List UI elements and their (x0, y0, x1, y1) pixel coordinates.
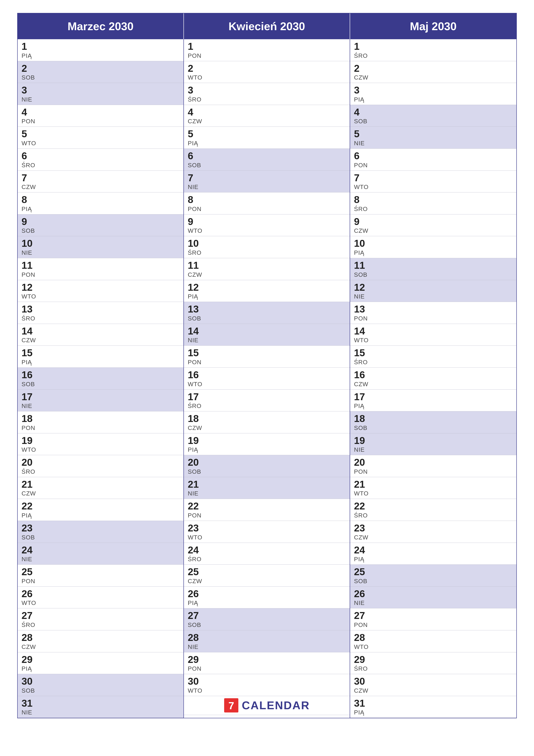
day-number: 6 (354, 150, 513, 161)
day-cell: 20ŚRO (18, 455, 184, 477)
day-number: 26 (354, 588, 513, 599)
day-name: PIĄ (21, 205, 180, 212)
day-number: 5 (21, 128, 180, 139)
day-number: 11 (188, 260, 346, 271)
day-name: SOB (188, 315, 346, 322)
day-name: ŚRO (354, 52, 513, 59)
day-name: SOB (354, 424, 513, 431)
day-name: NIE (354, 600, 513, 607)
day-cell: 17NIE (18, 390, 184, 412)
day-cell: 17ŚRO (184, 390, 350, 412)
day-cell: 20SOB (184, 455, 350, 477)
day-number: 3 (21, 85, 180, 96)
day-number: 14 (21, 326, 180, 337)
day-name: NIE (21, 249, 180, 256)
day-name: PIĄ (21, 52, 180, 59)
day-cell: 27SOB (184, 608, 350, 630)
day-cell: 30SOB (18, 674, 184, 696)
day-cell: 15PON (184, 346, 350, 368)
day-number: 29 (21, 654, 180, 665)
day-number: 31 (21, 698, 180, 709)
day-name: WTO (354, 643, 513, 650)
day-number: 10 (354, 238, 513, 249)
day-cell: 3PIĄ (350, 83, 516, 105)
day-number: 10 (188, 238, 346, 249)
day-cell: 12WTO (18, 280, 184, 302)
day-cell: 10ŚRO (184, 236, 350, 258)
day-cell: 18CZW (184, 411, 350, 433)
calendar-logo-icon: 7 (224, 698, 239, 713)
day-name: ŚRO (354, 665, 513, 672)
day-name: ŚRO (188, 96, 346, 103)
day-number: 17 (354, 392, 513, 402)
day-number: 26 (188, 588, 346, 599)
day-cell: 8PIĄ (18, 192, 184, 214)
day-cell: 5NIE (350, 127, 516, 149)
day-name: ŚRO (354, 512, 513, 519)
day-cell: 18SOB (350, 411, 516, 433)
day-number: 30 (188, 676, 346, 687)
day-cell: 26PIĄ (184, 587, 350, 608)
day-name: WTO (188, 381, 346, 388)
day-number: 5 (188, 128, 346, 139)
day-name: PON (354, 315, 513, 322)
day-number: 12 (354, 282, 513, 293)
day-number: 14 (354, 326, 513, 337)
day-cell: 11CZW (184, 258, 350, 280)
day-cell: 1PIĄ (18, 39, 184, 61)
day-cell: 2CZW (350, 61, 516, 83)
day-name: NIE (188, 490, 346, 497)
day-number: 15 (21, 347, 180, 358)
day-name: CZW (188, 578, 346, 585)
day-cell: 16WTO (184, 368, 350, 390)
day-name: PIĄ (354, 556, 513, 563)
header-row: Marzec 2030Kwiecień 2030Maj 2030 (18, 14, 516, 39)
day-cell: 27PON (350, 608, 516, 630)
day-cell: 1ŚRO (350, 39, 516, 61)
day-number: 29 (354, 654, 513, 665)
day-cell: 13SOB (184, 302, 350, 324)
day-number: 28 (21, 632, 180, 643)
day-name: PIĄ (188, 140, 346, 147)
month-column-1: 1PON2WTO3ŚRO4CZW5PIĄ6SOB7NIE8PON9WTO10ŚR… (184, 39, 350, 718)
day-name: CZW (21, 184, 180, 191)
day-cell: 6ŚRO (18, 149, 184, 171)
day-cell: 19PIĄ (184, 433, 350, 455)
day-number: 19 (354, 435, 513, 446)
day-cell: 21NIE (184, 477, 350, 499)
logo-wrapper: 7 CALENDAR (224, 698, 310, 713)
day-cell: 5PIĄ (184, 127, 350, 149)
day-name: NIE (21, 96, 180, 103)
day-number: 18 (21, 413, 180, 424)
day-number: 2 (188, 63, 346, 74)
day-number: 25 (188, 566, 346, 577)
day-number: 4 (188, 107, 346, 118)
day-number: 11 (354, 260, 513, 271)
day-name: ŚRO (354, 205, 513, 212)
day-cell: 23WTO (184, 521, 350, 543)
day-name: WTO (21, 600, 180, 607)
day-name: PIĄ (188, 600, 346, 607)
day-number: 23 (21, 523, 180, 534)
day-number: 14 (188, 326, 346, 337)
day-cell: 8ŚRO (350, 192, 516, 214)
day-number: 28 (354, 632, 513, 643)
day-number: 18 (188, 413, 346, 424)
day-number: 15 (354, 347, 513, 358)
day-number: 23 (188, 523, 346, 534)
day-name: SOB (21, 687, 180, 694)
day-number: 1 (21, 41, 180, 52)
day-name: CZW (188, 424, 346, 431)
day-cell: 18PON (18, 411, 184, 433)
day-number: 7 (21, 173, 180, 183)
day-number: 28 (188, 632, 346, 643)
day-cell: 3ŚRO (184, 83, 350, 105)
day-number: 16 (188, 369, 346, 380)
day-name: ŚRO (188, 556, 346, 563)
day-number: 19 (188, 435, 346, 446)
day-cell: 24PIĄ (350, 543, 516, 565)
day-number: 24 (354, 545, 513, 555)
day-number: 30 (354, 676, 513, 687)
day-name: SOB (354, 118, 513, 125)
day-cell: 15PIĄ (18, 346, 184, 368)
